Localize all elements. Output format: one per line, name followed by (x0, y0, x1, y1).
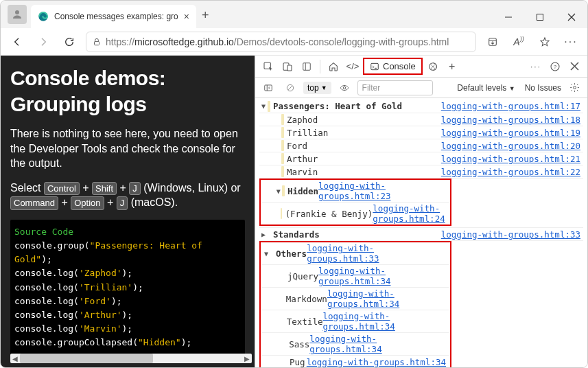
console-icon (370, 62, 379, 71)
scroll-left-icon[interactable]: ◀ (10, 355, 20, 363)
source-link[interactable]: logging-with-groups.html:34 (307, 357, 449, 367)
svg-rect-6 (95, 41, 99, 45)
source-link[interactable]: logging-with-groups.html:21 (441, 154, 583, 164)
console-group-header[interactable]: ▶Standardslogging-with-groups.html:33 (259, 227, 583, 240)
console-message: Others (276, 249, 307, 259)
console-group-header[interactable]: ▼Passengers: Heart of Goldlogging-with-g… (259, 100, 583, 113)
read-aloud-button[interactable]: A)) (509, 32, 528, 51)
console-group-header[interactable]: ▼Otherslogging-with-groups.html:33 (262, 242, 449, 264)
device-toggle-button[interactable] (279, 58, 296, 76)
live-expression-button[interactable] (336, 79, 353, 97)
inspect-button[interactable] (259, 58, 277, 76)
app-install-button[interactable] (483, 32, 502, 51)
filter-input[interactable]: Filter (357, 80, 433, 95)
console-settings-button[interactable] (565, 79, 583, 97)
svg-point-24 (343, 87, 346, 89)
devtools-more-button[interactable]: ··· (527, 58, 545, 76)
person-icon (11, 8, 23, 21)
source-link[interactable]: logging-with-groups.html:34 (322, 311, 449, 332)
tab-console[interactable]: Console (363, 58, 423, 75)
tab-elements[interactable]: </> (344, 58, 362, 76)
clear-console-button[interactable] (281, 79, 299, 97)
disclosure-triangle-icon[interactable]: ▼ (259, 102, 268, 110)
source-link[interactable]: logging-with-groups.html:34 (327, 288, 449, 309)
source-link[interactable]: logging-with-groups.html:20 (441, 141, 583, 151)
scroll-right-icon[interactable]: ▶ (242, 355, 252, 363)
disclosure-triangle-icon[interactable]: ▼ (262, 250, 270, 257)
page-paragraph: There is nothing to see here, you need t… (10, 126, 245, 171)
console-log-row: Markdownlogging-with-groups.html:34 (262, 287, 449, 310)
console-message: (Frankie & Benjy) (285, 209, 373, 219)
devtools-close-button[interactable] (565, 58, 583, 76)
context-selector[interactable]: top▼ (303, 82, 331, 94)
minimize-button[interactable] (493, 6, 524, 28)
new-tab-button[interactable]: + (202, 8, 209, 23)
console-message: Passengers: Heart of Gold (273, 101, 441, 111)
svg-line-23 (288, 86, 292, 90)
svg-rect-20 (265, 84, 272, 90)
log-levels-selector[interactable]: Default levels ▼ (457, 83, 515, 93)
favorites-button[interactable] (535, 32, 554, 51)
console-group-header[interactable]: ▼Hiddenlogging-with-groups.html:23 (262, 180, 449, 202)
tab-add[interactable]: + (443, 58, 461, 76)
console-message: Zaphod (287, 115, 441, 125)
source-link[interactable]: logging-with-groups.html:33 (307, 243, 449, 264)
url-text: https://microsoftedge.github.io/Demos/de… (106, 36, 449, 47)
forward-button[interactable] (34, 32, 53, 51)
tab-sources[interactable] (424, 58, 442, 76)
menu-button[interactable]: ··· (561, 32, 580, 51)
console-tab-label: Console (383, 61, 416, 71)
source-link[interactable]: logging-with-groups.html:22 (441, 167, 583, 177)
console-sidebar-toggle[interactable] (259, 79, 277, 97)
console-log-row: (Frankie & Benjy)logging-with-groups.htm… (262, 202, 449, 225)
console-message: Standards (273, 229, 441, 240)
maximize-button[interactable] (524, 6, 556, 28)
tab-close-button[interactable]: × (184, 11, 189, 22)
console-log-row: Sasslogging-with-groups.html:34 (262, 332, 449, 355)
devtools-help-button[interactable]: ? (546, 58, 564, 76)
console-message: Marvin (287, 167, 441, 177)
devtools-panel: </> Console + ··· ? top▼ Filter Default … (255, 56, 587, 367)
console-message: Pug (290, 357, 307, 367)
svg-rect-3 (537, 14, 543, 21)
scrollbar-thumb[interactable] (20, 354, 153, 363)
svg-text:?: ? (554, 63, 557, 69)
profile-button[interactable] (8, 5, 27, 24)
source-link[interactable]: logging-with-groups.html:18 (441, 115, 583, 125)
console-message: Trillian (287, 128, 441, 138)
page-heading: Console demos: Grouping logs (10, 65, 245, 117)
svg-rect-12 (303, 62, 311, 70)
tab-title: Console messages examples: gro (54, 12, 178, 21)
console-log-row: jQuerylogging-with-groups.html:34 (262, 264, 449, 287)
console-message: Textile (287, 317, 323, 327)
console-log-row: Zaphodlogging-with-groups.html:18 (259, 113, 583, 126)
horizontal-scrollbar[interactable]: ◀ ▶ (10, 354, 252, 363)
source-code-label: Source Code (14, 225, 241, 239)
close-window-button[interactable] (556, 6, 587, 28)
url-field[interactable]: https://microsoftedge.github.io/Demos/de… (86, 32, 476, 52)
address-bar: https://microsoftedge.github.io/Demos/de… (1, 28, 587, 56)
back-button[interactable] (8, 32, 27, 51)
disclosure-triangle-icon[interactable]: ▼ (274, 187, 282, 195)
source-link[interactable]: logging-with-groups.html:33 (441, 229, 583, 240)
source-link[interactable]: logging-with-groups.html:24 (373, 203, 449, 224)
refresh-button[interactable] (60, 32, 79, 51)
console-message: Hidden (287, 186, 318, 196)
source-link[interactable]: logging-with-groups.html:34 (318, 266, 449, 286)
console-message: Ford (287, 141, 441, 151)
svg-point-0 (15, 10, 19, 14)
source-link[interactable]: logging-with-groups.html:34 (309, 334, 449, 354)
source-link[interactable]: logging-with-groups.html:23 (318, 181, 449, 201)
source-link[interactable]: logging-with-groups.html:19 (441, 128, 583, 138)
page-shortcut-line: Select Control + Shift + J (Windows, Lin… (10, 181, 245, 210)
activity-bar-button[interactable] (298, 58, 316, 76)
source-link[interactable]: logging-with-groups.html:17 (441, 101, 583, 111)
disclosure-triangle-icon[interactable]: ▶ (259, 231, 268, 238)
browser-tab[interactable]: Console messages examples: gro × (31, 5, 196, 28)
console-message: jQuery (287, 271, 318, 281)
issues-button[interactable]: No Issues (525, 83, 561, 93)
window-titlebar: Console messages examples: gro × + (1, 1, 587, 28)
console-output[interactable]: ▼Passengers: Heart of Goldlogging-with-g… (255, 98, 587, 367)
tab-welcome[interactable] (325, 58, 342, 76)
console-log-row: Trillianlogging-with-groups.html:19 (259, 126, 583, 139)
